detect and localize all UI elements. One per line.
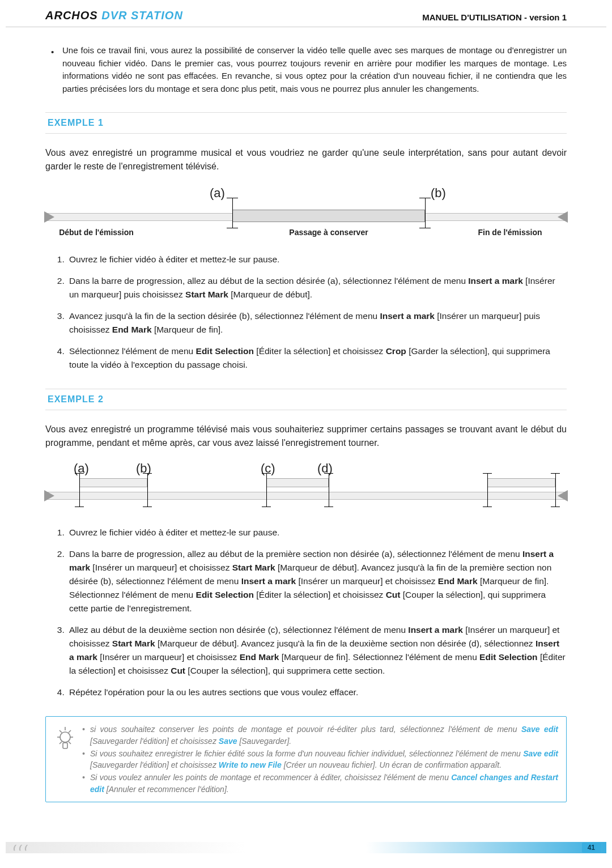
timeline-start-arrow-icon (44, 211, 54, 223)
timeline-marker (487, 474, 488, 507)
timeline-caption-end: Fin de l'émission (442, 227, 578, 239)
timeline-caption-start: Début de l'émission (28, 227, 164, 239)
page-footer: ❪❪❪ 41 (6, 842, 606, 853)
footer-left-deco: ❪❪❪ (11, 844, 28, 852)
ex2-step: Allez au début de la deuxième section no… (67, 623, 567, 678)
timeline-start-arrow-icon (44, 490, 54, 501)
ex1-step: Sélectionnez l'élément de menu Edit Sele… (67, 344, 567, 372)
ex1-step: Ouvrez le fichier vidéo à éditer et mett… (67, 253, 567, 266)
svg-line-5 (69, 730, 71, 733)
timeline-marker-a (232, 198, 233, 228)
ex2-step: Dans la barre de progression, allez au d… (67, 547, 567, 615)
svg-point-0 (60, 732, 70, 742)
tip-item: Si vous voulez annuler les points de mon… (82, 772, 558, 795)
svg-line-4 (60, 730, 62, 733)
bullet-dot: • (51, 44, 62, 95)
ex2-steps: Ouvrez le fichier vidéo à éditer et mett… (67, 526, 567, 699)
tip-item: si vous souhaitez conserver les points d… (82, 724, 558, 747)
ex1-steps: Ouvrez le fichier vidéo à éditer et mett… (67, 253, 567, 372)
ex1-step: Avancez jusqu'à la fin de la section dés… (67, 309, 567, 337)
svg-line-7 (69, 742, 71, 744)
timeline-label-d: (d) (317, 459, 333, 478)
timeline-keep-segment (232, 210, 425, 222)
brand-product: DVR STATION (101, 9, 183, 22)
timeline-label-a: (a) (210, 184, 225, 202)
tip-list: si vous souhaitez conserver les points d… (82, 722, 558, 796)
ex2-step: Répétez l'opération pour la ou les autre… (67, 686, 567, 699)
timeline-caption-keep: Passage à conserver (261, 227, 397, 239)
timeline-marker (79, 474, 80, 507)
timeline-label-b: (b) (431, 184, 446, 202)
doc-title: MANUEL D'UTILISATION - version 1 (422, 12, 567, 22)
timeline-marker (329, 474, 329, 507)
brand-archos: ARCHOS (45, 9, 98, 22)
timeline-end-arrow-icon (558, 490, 568, 501)
svg-rect-8 (63, 743, 67, 748)
section-title-ex1: EXEMPLE 1 (45, 112, 567, 134)
timeline-end-arrow-icon (558, 211, 568, 223)
timeline-cut-segment-3 (487, 478, 555, 487)
section-title-ex2: EXEMPLE 2 (45, 389, 567, 410)
page-number: 41 (582, 843, 601, 853)
timeline-track (45, 492, 567, 500)
page-header: ARCHOS DVR STATION MANUEL D'UTILISATION … (6, 0, 606, 27)
ex1-step: Dans la barre de progression, allez au d… (67, 274, 567, 301)
ex2-timeline-diagram: (a) (b) (c) (d) (45, 463, 567, 514)
ex2-step: Ouvrez le fichier vidéo à éditer et mett… (67, 526, 567, 539)
timeline-marker (147, 474, 148, 507)
timeline-marker (555, 474, 556, 507)
timeline-label-b: (b) (136, 459, 151, 478)
timeline-cut-segment-2 (266, 478, 329, 487)
intro-bullet: • Une fois ce travail fini, vous aurez l… (51, 44, 567, 95)
timeline-label-a: (a) (74, 459, 89, 478)
timeline-marker (266, 474, 267, 507)
ex1-paragraph: Vous avez enregistré un programme musica… (45, 146, 567, 173)
ex1-timeline-diagram: (a) (b) Début de l'émission Passage à co… (45, 190, 567, 241)
svg-line-6 (60, 742, 62, 744)
tip-box: si vous souhaitez conserver les points d… (45, 716, 567, 802)
tip-item: Si vous souhaitez enregistrer le fichier… (82, 748, 558, 771)
ex2-paragraph: Vous avez enregistré un programme télévi… (45, 423, 567, 450)
brand: ARCHOS DVR STATION (45, 9, 183, 22)
intro-text: Une fois ce travail fini, vous aurez la … (62, 44, 567, 95)
timeline-cut-segment-1 (79, 478, 147, 487)
timeline-marker-b (425, 198, 426, 228)
timeline-label-c: (c) (261, 459, 275, 478)
page-body: • Une fois ce travail fini, vous aurez l… (6, 27, 606, 819)
lightbulb-icon (54, 722, 82, 796)
